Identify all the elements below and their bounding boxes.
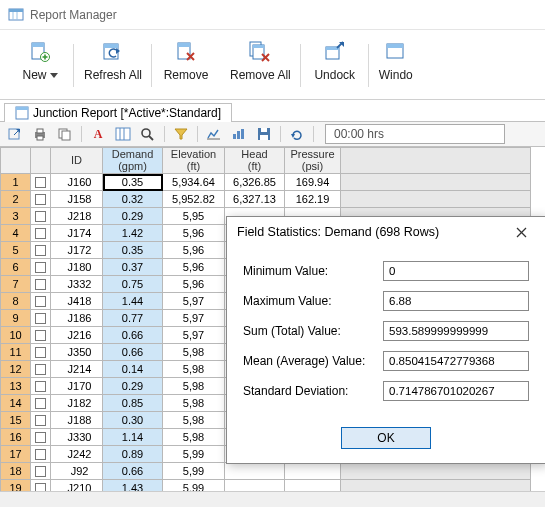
col-header-id[interactable]: ID — [51, 148, 103, 174]
svg-rect-28 — [16, 107, 28, 110]
label-max: Maximum Value: — [243, 294, 383, 308]
svg-point-39 — [142, 129, 150, 137]
window-titlebar: Report Manager — [0, 0, 545, 30]
row-checkbox[interactable] — [35, 466, 46, 477]
row-checkbox[interactable] — [35, 347, 46, 358]
ok-button[interactable]: OK — [341, 427, 431, 449]
svg-rect-44 — [237, 131, 240, 139]
row-checkbox[interactable] — [35, 449, 46, 460]
print-button[interactable] — [29, 124, 51, 144]
table-row[interactable]: 1J1600.355,934.646,326.85169.94 — [1, 174, 531, 191]
table-row[interactable]: 2J1580.325,952.826,327.13162.19 — [1, 191, 531, 208]
row-checkbox[interactable] — [35, 245, 46, 256]
row-checkbox[interactable] — [35, 228, 46, 239]
refresh-all-button[interactable]: Refresh All — [74, 34, 152, 99]
refresh-button[interactable] — [286, 124, 308, 144]
svg-rect-45 — [241, 129, 244, 139]
svg-marker-41 — [175, 129, 187, 139]
table-row[interactable]: 18J920.665,99 — [1, 463, 531, 480]
svg-rect-48 — [261, 128, 267, 132]
value-sum: 593.589999999999 — [383, 321, 529, 341]
col-header-demand[interactable]: Demand(gpm) — [103, 148, 163, 174]
svg-line-40 — [149, 136, 153, 140]
row-checkbox[interactable] — [35, 262, 46, 273]
col-header-head[interactable]: Head(ft) — [225, 148, 285, 174]
dialog-close-button[interactable] — [507, 221, 535, 243]
dialog-title: Field Statistics: Demand (698 Rows) — [237, 225, 439, 239]
row-checkbox[interactable] — [35, 381, 46, 392]
remove-all-button[interactable]: Remove All — [220, 34, 301, 99]
undock-button[interactable]: Undock — [301, 34, 369, 99]
chart-button[interactable] — [228, 124, 250, 144]
row-checkbox[interactable] — [35, 364, 46, 375]
row-checkbox[interactable] — [35, 279, 46, 290]
stats-button[interactable] — [203, 124, 225, 144]
field-statistics-dialog: Field Statistics: Demand (698 Rows) Mini… — [226, 216, 545, 464]
time-display[interactable]: 00:00 hrs — [325, 124, 505, 144]
svg-rect-26 — [387, 44, 403, 48]
row-checkbox[interactable] — [35, 313, 46, 324]
svg-rect-33 — [37, 136, 43, 140]
value-mean: 0.850415472779368 — [383, 351, 529, 371]
row-checkbox[interactable] — [35, 211, 46, 222]
app-icon — [8, 7, 24, 23]
value-max: 6.88 — [383, 291, 529, 311]
row-checkbox[interactable] — [35, 432, 46, 443]
row-checkbox[interactable] — [35, 177, 46, 188]
label-sum: Sum (Total) Value: — [243, 324, 383, 338]
row-checkbox[interactable] — [35, 415, 46, 426]
find-button[interactable] — [137, 124, 159, 144]
label-std: Standard Deviation: — [243, 384, 383, 398]
dropdown-caret-icon — [50, 73, 58, 78]
window-button[interactable]: Windo — [369, 34, 423, 99]
filter-button[interactable] — [170, 124, 192, 144]
tab-label: Junction Report [*Active*:Standard] — [33, 106, 221, 120]
label-mean: Mean (Average) Value: — [243, 354, 383, 368]
value-std: 0.714786701020267 — [383, 381, 529, 401]
svg-rect-14 — [178, 43, 190, 47]
row-checkbox[interactable] — [35, 194, 46, 205]
tabstrip: Junction Report [*Active*:Standard] — [0, 100, 545, 122]
col-header-elevation[interactable]: Elevation(ft) — [163, 148, 225, 174]
svg-rect-36 — [116, 128, 130, 140]
save-button[interactable] — [253, 124, 275, 144]
svg-rect-1 — [9, 9, 23, 12]
window-title: Report Manager — [30, 8, 117, 22]
svg-marker-49 — [291, 134, 295, 138]
remove-button[interactable]: Remove — [152, 34, 220, 99]
svg-marker-9 — [50, 73, 58, 78]
value-min: 0 — [383, 261, 529, 281]
copy-button[interactable] — [54, 124, 76, 144]
svg-rect-43 — [233, 134, 236, 139]
col-header-pressure[interactable]: Pressure(psi) — [285, 148, 341, 174]
columns-button[interactable] — [112, 124, 134, 144]
font-button[interactable]: A — [87, 124, 109, 144]
row-checkbox[interactable] — [35, 330, 46, 341]
new-button[interactable]: New — [6, 34, 74, 99]
row-checkbox[interactable] — [35, 398, 46, 409]
svg-rect-19 — [253, 45, 264, 48]
export-button[interactable] — [4, 124, 26, 144]
horizontal-scrollbar[interactable] — [0, 491, 545, 507]
label-min: Minimum Value: — [243, 264, 383, 278]
svg-rect-32 — [37, 129, 43, 133]
svg-rect-11 — [104, 44, 118, 48]
svg-rect-5 — [32, 43, 44, 47]
tab-junction-report[interactable]: Junction Report [*Active*:Standard] — [4, 103, 232, 122]
report-icon — [15, 106, 29, 120]
main-toolbar: New Refresh All Remove Remove All Undock… — [0, 30, 545, 100]
grid-toolbar: A 00:00 hrs — [0, 121, 545, 147]
row-checkbox[interactable] — [35, 296, 46, 307]
svg-rect-35 — [62, 131, 70, 140]
svg-rect-47 — [260, 135, 268, 140]
close-icon — [516, 227, 527, 238]
